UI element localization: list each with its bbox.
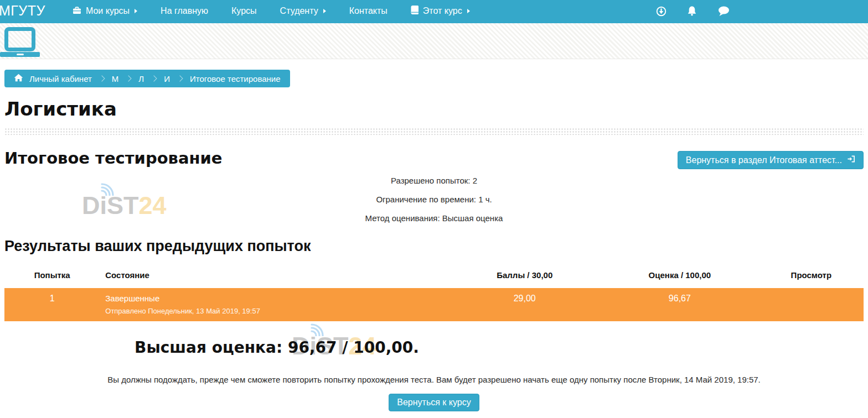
breadcrumb-item-i[interactable]: И bbox=[164, 74, 170, 83]
col-review: Просмотр bbox=[759, 263, 864, 288]
laptop-icon bbox=[0, 27, 40, 57]
cell-state: Завершенные Отправлено Понедельник, 13 М… bbox=[100, 288, 448, 321]
best-grade-text: Высшая оценка: 96,67 / 100,00. bbox=[0, 338, 554, 357]
bell-icon[interactable] bbox=[686, 6, 698, 17]
arrow-circle-down-icon[interactable] bbox=[656, 6, 666, 17]
briefcase-icon bbox=[73, 6, 81, 17]
dotted-separator bbox=[4, 128, 864, 135]
results-heading: Результаты ваших предыдущих попыток bbox=[4, 237, 868, 255]
chevron-right-icon bbox=[177, 75, 183, 81]
chevron-right-icon bbox=[99, 75, 105, 81]
book-icon bbox=[411, 6, 418, 17]
caret-right-icon bbox=[467, 9, 470, 13]
top-navbar: МГУТУ Мои курсы На главную Курсы Студент… bbox=[0, 0, 868, 22]
back-to-course-button[interactable]: Вернуться к курсу bbox=[389, 394, 479, 411]
state-submitted: Отправлено Понедельник, 13 Май 2019, 19:… bbox=[105, 307, 443, 316]
breadcrumb-item-dashboard[interactable]: Личный кабинет bbox=[29, 74, 92, 83]
attempt-row: 1 Завершенные Отправлено Понедельник, 13… bbox=[4, 288, 864, 321]
chevron-right-icon bbox=[151, 75, 157, 81]
breadcrumb-item-current: Итоговое тестирование bbox=[190, 74, 281, 83]
wifi-arcs-icon bbox=[310, 319, 331, 336]
nav-right-icons bbox=[656, 6, 730, 17]
breadcrumb-item-l[interactable]: Л bbox=[138, 74, 144, 83]
quiz-title: Итоговое тестирование bbox=[4, 149, 223, 168]
nav-item-this-course[interactable]: Этот курс bbox=[399, 0, 482, 22]
return-section-button[interactable]: Вернуться в раздел Итоговая аттест... bbox=[678, 151, 864, 169]
state-label: Завершенные bbox=[105, 294, 443, 304]
col-state: Состояние bbox=[100, 263, 448, 288]
chat-icon[interactable] bbox=[717, 6, 730, 17]
nav-item-student[interactable]: Студенту bbox=[268, 0, 338, 22]
caret-right-icon bbox=[323, 9, 326, 13]
attempts-table: Попытка Состояние Баллы / 30,00 Оценка /… bbox=[4, 263, 864, 321]
wait-message: Вы должны подождать, прежде чем сможете … bbox=[0, 375, 868, 384]
quiz-info: Разрешено попыток: 2 Ограничение по врем… bbox=[0, 175, 868, 224]
cell-attempt-number: 1 bbox=[4, 288, 100, 321]
info-attempts-allowed: Разрешено попыток: 2 bbox=[0, 175, 868, 186]
breadcrumb: Личный кабинет М Л И Итоговое тестирован… bbox=[4, 70, 290, 87]
sign-in-icon bbox=[847, 155, 855, 165]
header-banner bbox=[0, 22, 868, 59]
nav-menu: Мои курсы На главную Курсы Студенту Конт… bbox=[61, 0, 482, 22]
breadcrumb-item-m[interactable]: М bbox=[112, 74, 119, 83]
info-grading-method: Метод оценивания: Высшая оценка bbox=[0, 213, 868, 224]
col-attempt: Попытка bbox=[4, 263, 100, 288]
page-title: Логистика bbox=[4, 99, 868, 119]
col-marks: Баллы / 30,00 bbox=[448, 263, 601, 288]
home-icon bbox=[14, 74, 23, 83]
cell-grade: 96,67 bbox=[601, 288, 759, 321]
cell-review bbox=[759, 288, 864, 321]
nav-item-home[interactable]: На главную bbox=[149, 0, 220, 22]
chevron-right-icon bbox=[126, 75, 132, 81]
quiz-header-row: Итоговое тестирование Вернуться в раздел… bbox=[4, 149, 864, 169]
info-time-limit: Ограничение по времени: 1 ч. bbox=[0, 194, 868, 205]
nav-item-my-courses[interactable]: Мои курсы bbox=[61, 0, 149, 22]
brand-logo[interactable]: МГУТУ bbox=[0, 3, 45, 19]
back-button-wrap: Вернуться к курсу bbox=[0, 394, 868, 411]
table-header-row: Попытка Состояние Баллы / 30,00 Оценка /… bbox=[4, 263, 864, 288]
col-grade: Оценка / 100,00 bbox=[601, 263, 759, 288]
nav-item-contacts[interactable]: Контакты bbox=[338, 0, 399, 22]
cell-marks: 29,00 bbox=[448, 288, 601, 321]
nav-item-courses[interactable]: Курсы bbox=[220, 0, 268, 22]
caret-right-icon bbox=[135, 9, 137, 13]
